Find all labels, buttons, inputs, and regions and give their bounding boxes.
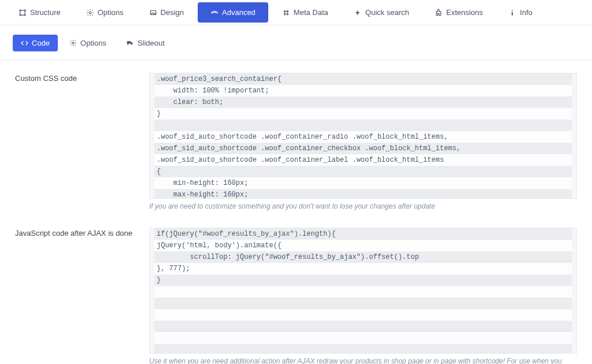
- svg-point-2: [20, 14, 21, 15]
- svg-point-3: [24, 14, 25, 15]
- advanced-icon: [210, 9, 219, 17]
- tab-label: Design: [161, 8, 184, 17]
- tab-label: Options: [98, 8, 124, 17]
- js-code-editor[interactable]: if(jQuery("#woof_results_by_ajax").lengt…: [149, 228, 577, 354]
- code-icon: [21, 39, 28, 47]
- css-help-text: If you are need to customize something a…: [149, 202, 577, 210]
- js-help-text: Use it when you are need additional acti…: [149, 357, 577, 364]
- top-tab-bar: Structure Options Design Advanced Meta D…: [0, 0, 592, 25]
- svg-rect-7: [512, 12, 513, 16]
- tab-label: Code: [32, 39, 50, 47]
- svg-point-0: [20, 9, 21, 10]
- css-label: Custom CSS code: [15, 73, 149, 210]
- top-tab-structure[interactable]: Structure: [6, 0, 73, 25]
- svg-point-4: [89, 12, 91, 14]
- sub-tab-slideout[interactable]: Slideout: [118, 35, 173, 51]
- tab-label: Extensions: [446, 8, 483, 17]
- svg-point-6: [512, 10, 513, 11]
- js-label: JavaScript code after AJAX is done: [15, 228, 149, 364]
- top-tab-info[interactable]: Info: [495, 0, 545, 25]
- svg-point-8: [72, 42, 74, 44]
- info-icon: [508, 9, 516, 17]
- tab-label: Advanced: [222, 8, 256, 17]
- truck-icon: [126, 39, 134, 47]
- tab-label: Structure: [30, 8, 61, 17]
- tab-label: Meta Data: [294, 8, 328, 17]
- gear-icon: [69, 39, 77, 47]
- top-tab-metadata[interactable]: Meta Data: [269, 0, 341, 25]
- sub-tab-options[interactable]: Options: [61, 35, 114, 51]
- top-tab-options[interactable]: Options: [73, 0, 136, 25]
- tab-label: Options: [80, 39, 106, 47]
- svg-point-1: [24, 9, 25, 10]
- tab-label: Slideout: [138, 39, 165, 47]
- top-tab-design[interactable]: Design: [136, 0, 197, 25]
- gear-icon: [86, 9, 94, 17]
- sub-tab-bar: Code Options Slideout: [0, 25, 592, 60]
- top-tab-quicksearch[interactable]: Quick search: [341, 0, 422, 25]
- puzzle-icon: [435, 9, 443, 17]
- bolt-icon: [354, 9, 362, 17]
- content-area: Custom CSS code .woof_price3_search_cont…: [0, 60, 592, 364]
- tab-label: Info: [520, 8, 532, 17]
- top-tab-extensions[interactable]: Extensions: [422, 0, 496, 25]
- structure-icon: [18, 9, 27, 17]
- sub-tab-code[interactable]: Code: [13, 35, 58, 51]
- css-code-editor[interactable]: .woof_price3_search_container{ width: 10…: [149, 73, 577, 199]
- metadata-icon: [282, 9, 290, 17]
- design-icon: [149, 9, 157, 17]
- top-tab-advanced[interactable]: Advanced: [198, 2, 268, 23]
- tab-label: Quick search: [365, 8, 409, 17]
